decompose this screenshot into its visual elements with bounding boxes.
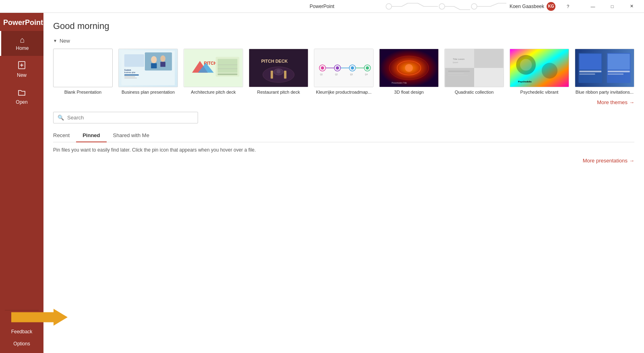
sidebar-item-open[interactable]: Open — [0, 83, 43, 110]
tab-pinned[interactable]: Pinned — [76, 130, 106, 142]
tabs-row: Recent Pinned Shared with Me — [53, 130, 634, 142]
svg-rect-42 — [270, 71, 273, 79]
feedback-label: Feedback — [11, 329, 33, 335]
search-icon: 🔍 — [58, 115, 64, 121]
template-business[interactable]: Custom business plan Business plan prese… — [118, 49, 178, 94]
template-blank[interactable]: Blank Presentation — [53, 49, 113, 94]
new-section-header[interactable]: ▼ New — [53, 38, 634, 44]
templates-grid: Blank Presentation — [53, 49, 634, 98]
open-icon — [17, 88, 26, 98]
svg-point-0 — [386, 4, 392, 9]
template-quadratic[interactable]: Title Lorem Ipsum Quadratic collection — [444, 49, 504, 94]
svg-rect-18 — [124, 54, 144, 67]
template-thumb-psychedelic: Psychedelic — [510, 49, 569, 87]
svg-rect-69 — [474, 49, 503, 68]
more-presentations-row: More presentations → — [53, 158, 634, 164]
more-themes-row: More themes → — [53, 99, 634, 105]
svg-point-54 — [351, 66, 354, 70]
help-button[interactable]: ? — [559, 0, 577, 13]
svg-rect-24 — [160, 62, 165, 67]
svg-point-6 — [439, 4, 445, 9]
template-ribbon[interactable]: Blue ribbon party invitations... — [575, 49, 634, 94]
svg-text:Psychedelic: Psychedelic — [518, 80, 532, 83]
template-thumb-kleur: Q1 Q2 Q3 Q4 — [314, 49, 374, 87]
template-psychedelic[interactable]: Psychedelic Psychedelic vibrant — [510, 49, 569, 94]
template-kleur[interactable]: Q1 Q2 Q3 Q4 Kleurrijke productroadmap... — [314, 49, 374, 94]
home-icon: ⌂ — [20, 36, 25, 44]
sidebar-brand: PowerPoint — [0, 13, 43, 31]
template-thumb-business: Custom business plan — [118, 49, 178, 87]
maximize-button[interactable]: □ — [603, 0, 621, 13]
app-layout: PowerPoint ⌂ Home New Open — [0, 13, 644, 353]
svg-rect-74 — [448, 71, 470, 72]
template-label-psychedelic: Psychedelic vibrant — [520, 90, 559, 94]
svg-point-21 — [151, 56, 157, 63]
sidebar-item-home[interactable]: ⌂ Home — [0, 31, 43, 56]
sidebar-bottom: Account Feedback Options — [0, 307, 43, 353]
svg-rect-88 — [608, 54, 630, 70]
search-input[interactable] — [67, 115, 194, 121]
svg-rect-75 — [448, 73, 464, 74]
svg-text:Q2: Q2 — [335, 74, 338, 76]
svg-rect-71 — [474, 68, 503, 87]
svg-point-64 — [405, 64, 413, 72]
template-architecture[interactable]: PITCH DECK Architecture pitch deck — [184, 49, 243, 94]
template-label-ribbon: Blue ribbon party invitations... — [576, 90, 634, 94]
svg-rect-20 — [145, 52, 172, 70]
more-presentations-label: More presentations — [583, 158, 627, 164]
svg-line-4 — [418, 3, 424, 6]
app-title: PowerPoint — [310, 4, 334, 9]
svg-rect-27 — [124, 74, 139, 76]
svg-text:Ipsum: Ipsum — [453, 62, 458, 64]
template-label-quadratic: Quadratic collection — [455, 90, 494, 94]
minimize-button[interactable]: — — [584, 0, 602, 13]
svg-point-10 — [471, 4, 477, 9]
svg-point-45 — [277, 70, 281, 74]
sidebar-item-new[interactable]: New — [0, 56, 43, 83]
sidebar-item-open-label: Open — [16, 99, 27, 105]
pin-info: Pin files you want to easily find later.… — [53, 147, 634, 153]
close-button[interactable]: ✕ — [622, 0, 641, 13]
sidebar-item-home-label: Home — [16, 45, 29, 51]
template-label-business: Business plan presentation — [122, 90, 175, 94]
svg-rect-76 — [448, 75, 468, 76]
sidebar-item-account[interactable]: Account — [0, 314, 43, 326]
template-thumb-ribbon — [575, 49, 634, 87]
svg-text:Q1: Q1 — [320, 74, 323, 76]
user-avatar[interactable]: KG — [547, 2, 555, 11]
tab-shared[interactable]: Shared with Me — [107, 130, 156, 142]
template-restaurant[interactable]: PITCH DECK Restaurant pitch deck — [249, 49, 308, 94]
svg-point-23 — [160, 55, 165, 62]
svg-rect-85 — [579, 71, 601, 72]
more-themes-link[interactable]: More themes → — [597, 99, 634, 105]
title-bar: PowerPoint Koen Gaasbeek KG ? — — [0, 0, 644, 13]
tab-recent[interactable]: Recent — [53, 130, 76, 142]
greeting: Good morning — [53, 21, 634, 31]
svg-rect-89 — [608, 71, 630, 72]
template-thumb-3dfloat: Presentation Title — [379, 49, 439, 87]
template-label-3dfloat: 3D float design — [394, 90, 423, 94]
circuit-decoration — [386, 1, 506, 12]
svg-point-57 — [366, 66, 369, 70]
svg-rect-22 — [151, 63, 157, 68]
more-presentations-link[interactable]: More presentations → — [583, 158, 634, 164]
user-info: Koen Gaasbeek KG — [510, 2, 555, 11]
more-presentations-arrow: → — [629, 158, 634, 164]
svg-line-8 — [454, 6, 460, 10]
svg-text:Q3: Q3 — [350, 74, 353, 76]
main-content: Good morning ▼ New Blank Presentation — [43, 13, 644, 353]
svg-point-51 — [336, 66, 339, 70]
template-3dfloat[interactable]: Presentation Title 3D float design — [379, 49, 439, 94]
sidebar-item-options[interactable]: Options — [0, 338, 43, 350]
svg-text:PITCH DECK: PITCH DECK — [261, 59, 288, 64]
svg-text:Title Lorem: Title Lorem — [453, 58, 464, 60]
svg-rect-38 — [218, 74, 237, 75]
template-label-restaurant: Restaurant pitch deck — [257, 90, 300, 94]
new-section-label: New — [60, 38, 70, 44]
svg-rect-35 — [218, 59, 237, 72]
svg-point-80 — [542, 63, 557, 78]
svg-rect-43 — [284, 71, 287, 79]
sidebar-item-feedback[interactable]: Feedback — [0, 326, 43, 338]
options-label: Options — [13, 341, 30, 347]
chevron-down-icon: ▼ — [53, 39, 57, 43]
